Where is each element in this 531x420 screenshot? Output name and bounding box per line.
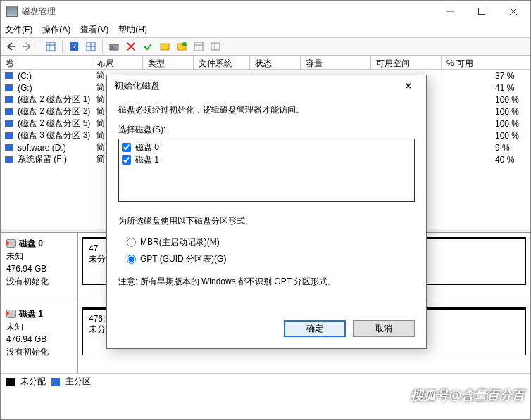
disk-info: 磁盘 1 未知 476.94 GB 没有初始化: [1, 303, 78, 373]
volume-swatch: [5, 144, 13, 151]
volume-swatch: [5, 108, 13, 115]
col-type[interactable]: 类型: [143, 56, 194, 69]
volume-pct: 41 %: [495, 83, 530, 93]
legend-primary-swatch: [51, 378, 60, 386]
volume-name: (磁盘 2 磁盘分区 5): [18, 117, 96, 129]
menu-file[interactable]: 文件(F): [5, 24, 32, 36]
cancel-button[interactable]: 取消: [353, 320, 415, 337]
disk-size: 476.94 GB: [6, 333, 72, 345]
explorer-button[interactable]: [208, 39, 223, 53]
disk-icon: [6, 310, 16, 318]
forward-button[interactable]: [20, 39, 35, 53]
disk-title: 磁盘 0: [19, 237, 43, 250]
volume-pct: 40 %: [495, 155, 530, 165]
disk0-checkbox[interactable]: [122, 143, 131, 152]
disk-checkbox-row[interactable]: 磁盘 1: [122, 153, 411, 166]
disk-status: 未知: [6, 320, 72, 333]
volume-pct: 100 %: [495, 107, 530, 117]
select-disks-label: 选择磁盘(S):: [118, 123, 415, 136]
volume-name: 系统保留 (F:): [18, 153, 96, 165]
svg-rect-1: [478, 8, 485, 15]
disk-init: 没有初始化: [6, 275, 72, 288]
mbr-radio-row[interactable]: MBR(主启动记录)(M): [127, 236, 415, 248]
volume-pct: 100 %: [495, 119, 530, 129]
refresh-button[interactable]: [107, 39, 121, 53]
properties-button[interactable]: [192, 39, 206, 53]
menu-view[interactable]: 查看(V): [80, 24, 108, 36]
disk-checkbox-row[interactable]: 磁盘 0: [122, 141, 411, 153]
svg-point-20: [182, 42, 187, 46]
gpt-radio[interactable]: [127, 255, 136, 264]
svg-rect-21: [194, 42, 203, 51]
svg-point-15: [111, 46, 113, 49]
disk-init: 没有初始化: [6, 345, 72, 358]
disk-title: 磁盘 1: [19, 307, 43, 320]
titlebar: 磁盘管理: [1, 1, 530, 22]
check-button[interactable]: [141, 39, 155, 53]
dialog-note: 注意: 所有早期版本的 Windows 都不识别 GPT 分区形式。: [118, 275, 415, 288]
svg-rect-23: [211, 43, 220, 50]
col-volume[interactable]: 卷: [1, 56, 92, 69]
ok-button[interactable]: 确定: [284, 320, 346, 337]
legend: 未分配 主分区: [1, 374, 530, 389]
col-pct[interactable]: % 可用: [442, 56, 530, 69]
col-capacity[interactable]: 容量: [301, 56, 371, 69]
volume-swatch: [5, 132, 13, 139]
initialize-disk-dialog: 初始化磁盘 ✕ 磁盘必须经过初始化，逻辑磁盘管理器才能访问。 选择磁盘(S): …: [106, 75, 427, 349]
svg-rect-6: [46, 42, 55, 51]
disk-status: 未知: [6, 250, 72, 262]
col-status[interactable]: 状态: [250, 56, 301, 69]
delete-button[interactable]: [124, 39, 138, 53]
menu-action[interactable]: 操作(A): [42, 24, 70, 36]
menu-help[interactable]: 帮助(H): [118, 24, 147, 36]
volume-name: (磁盘 2 磁盘分区 1): [18, 94, 96, 106]
gpt-radio-row[interactable]: GPT (GUID 分区表)(G): [127, 253, 415, 265]
volume-pct: 37 %: [495, 71, 530, 81]
dialog-intro: 磁盘必须经过初始化，逻辑磁盘管理器才能访问。: [118, 103, 415, 116]
volume-swatch: [5, 156, 13, 163]
close-button[interactable]: [497, 1, 529, 21]
volume-swatch: [5, 84, 13, 91]
volume-swatch: [5, 120, 13, 127]
legend-unalloc-swatch: [6, 378, 15, 386]
partition-style-label: 为所选磁盘使用以下磁盘分区形式:: [118, 215, 415, 227]
disk-icon: [6, 239, 16, 248]
col-layout[interactable]: 布局: [92, 56, 143, 69]
dialog-titlebar: 初始化磁盘 ✕: [107, 75, 426, 96]
volume-name: software (D:): [18, 143, 96, 153]
volume-swatch: [5, 72, 13, 79]
volume-name: (磁盘 3 磁盘分区 3): [18, 129, 96, 141]
settings-button[interactable]: [84, 39, 98, 53]
folder-new-button[interactable]: [175, 39, 189, 53]
back-button[interactable]: [4, 39, 18, 53]
volume-pct: 100 %: [495, 95, 530, 105]
svg-text:?: ?: [72, 43, 76, 51]
app-icon: [6, 6, 18, 17]
volume-swatch: [5, 96, 13, 103]
col-fs[interactable]: 文件系统: [194, 56, 250, 69]
help-button[interactable]: ?: [67, 39, 81, 53]
col-free[interactable]: 可用空间: [371, 56, 442, 69]
dialog-title: 初始化磁盘: [114, 79, 160, 92]
legend-primary-label: 主分区: [65, 376, 91, 388]
dialog-close-button[interactable]: ✕: [398, 77, 419, 94]
svg-rect-18: [161, 44, 169, 50]
disk-select-list: 磁盘 0 磁盘 1: [118, 139, 415, 202]
mbr-radio[interactable]: [127, 238, 136, 247]
volume-name: (C:): [18, 71, 96, 81]
minimize-button[interactable]: [434, 1, 466, 21]
disk-size: 476.94 GB: [6, 262, 72, 275]
menubar: 文件(F) 操作(A) 查看(V) 帮助(H): [1, 22, 530, 37]
volume-pct: 9 %: [495, 143, 530, 153]
toolbar: ?: [1, 37, 530, 56]
window-title: 磁盘管理: [22, 6, 434, 18]
disk-info: 磁盘 0 未知 476.94 GB 没有初始化: [1, 233, 78, 303]
folder-button[interactable]: [158, 39, 172, 53]
volume-name: (G:): [18, 83, 96, 93]
disk1-checkbox[interactable]: [122, 155, 131, 165]
view-list-button[interactable]: [44, 39, 58, 53]
watermark: 搜狐号@含量百分百: [411, 387, 525, 404]
table-header: 卷 布局 类型 文件系统 状态 容量 可用空间 % 可用: [1, 56, 530, 70]
maximize-button[interactable]: [466, 1, 497, 21]
volume-name: (磁盘 2 磁盘分区 2): [18, 106, 96, 117]
